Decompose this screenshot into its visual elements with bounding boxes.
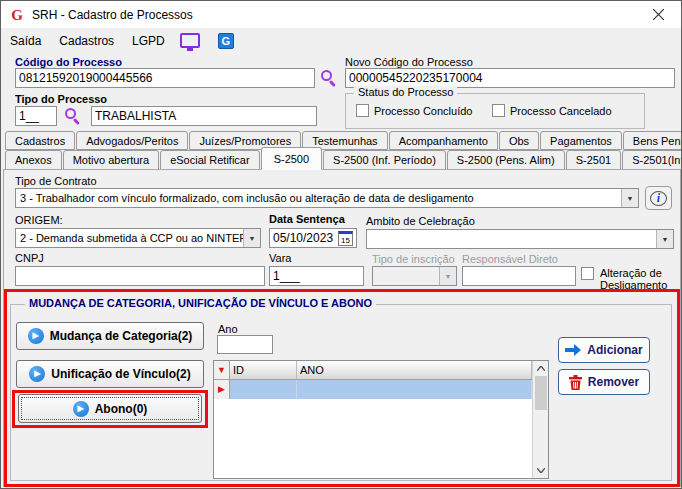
tab-motivo-abertura[interactable]: Motivo abertura: [63, 150, 159, 170]
tab-row-1: Cadastros Advogados/Peritos Juízes/Promo…: [5, 131, 682, 150]
app-logo-icon: G: [9, 7, 25, 23]
grid-scrollbar[interactable]: [532, 361, 548, 478]
codigo-processo-input[interactable]: 08121592019000445566: [15, 68, 315, 88]
cnpj-label: CNPJ: [15, 252, 44, 264]
processo-concluido-label: Processo Concluído: [374, 105, 472, 117]
origem-select[interactable]: 2 - Demanda submetida à CCP ou ao NINTER…: [15, 228, 261, 248]
data-sentenca-label: Data Sentença: [269, 213, 345, 225]
responsavel-direto-label: Responsável Direto: [462, 253, 558, 265]
arrow-right-icon: [565, 344, 581, 356]
abono-grid: ▼ ID ANO ▶: [213, 360, 549, 479]
tab-row-2: Anexos Motivo abertura eSocial Retificar…: [5, 150, 682, 170]
tipo-contrato-select[interactable]: 3 - Trabalhador com vínculo formalizado,…: [15, 188, 639, 208]
novo-codigo-label: Novo Código do Processo: [345, 56, 473, 68]
info-button[interactable]: i: [645, 186, 672, 210]
search-tipo-icon[interactable]: [65, 108, 82, 125]
tab-obs[interactable]: Obs: [499, 131, 539, 150]
scroll-thumb[interactable]: [535, 376, 547, 410]
menu-cadastros[interactable]: Cadastros: [50, 30, 123, 52]
tipo-processo-desc-input[interactable]: TRABALHISTA: [91, 106, 317, 126]
chevron-down-icon: ▼: [439, 267, 456, 285]
codigo-processo-label: Código do Processo: [15, 56, 122, 68]
mudanca-group-title: MUDANÇA DE CATEGORIA, UNIFICAÇÃO DE VÍNC…: [25, 297, 376, 309]
row-pointer-icon: ▶: [214, 380, 230, 399]
monitor-icon[interactable]: [180, 33, 200, 48]
tab-s2500[interactable]: S-2500: [261, 147, 322, 170]
g-app-icon[interactable]: G: [218, 33, 234, 49]
tipo-inscricao-select: ▼: [372, 266, 457, 286]
tab-pagamentos[interactable]: Pagamentos: [540, 131, 622, 150]
menu-bar: Saída Cadastros LGPD G: [1, 28, 681, 53]
processo-cancelado-checkbox[interactable]: [492, 104, 505, 117]
status-processo-legend: Status do Processo: [354, 86, 457, 98]
grid-col-id[interactable]: ID: [230, 361, 297, 379]
grid-col-ano[interactable]: ANO: [297, 361, 532, 379]
tipo-contrato-label: Tipo de Contrato: [15, 175, 97, 187]
abono-button[interactable]: ▶ Abono(0): [18, 394, 202, 423]
responsavel-direto-input[interactable]: [462, 266, 576, 286]
search-codigo-icon[interactable]: [321, 70, 338, 87]
grid-selected-row[interactable]: ▶: [214, 380, 532, 399]
processo-cancelado-label: Processo Cancelado: [510, 105, 612, 117]
grid-cell-id[interactable]: [230, 380, 297, 399]
data-sentenca-input[interactable]: 05/10/2023 15: [269, 228, 357, 248]
vara-input[interactable]: 1___: [269, 266, 364, 286]
tab-anexos[interactable]: Anexos: [5, 150, 62, 170]
tab-s2500-pens-alim[interactable]: S-2500 (Pens. Alim): [447, 150, 565, 170]
origem-label: ORIGEM:: [15, 214, 63, 226]
grid-sort-indicator[interactable]: ▼: [214, 361, 230, 379]
adicionar-button[interactable]: Adicionar: [558, 337, 650, 363]
scroll-down-icon[interactable]: [533, 463, 548, 478]
calendar-icon[interactable]: 15: [338, 231, 353, 246]
alteracao-desligamento-field: Alteração de Desligamento: [581, 267, 667, 291]
arrow-down-icon: ▼: [217, 366, 226, 375]
play-icon: ▶: [28, 328, 44, 344]
menu-saida[interactable]: Saída: [1, 30, 50, 52]
tab-esocial-retificar[interactable]: eSocial Retificar: [160, 150, 259, 170]
tab-s2500-inf-periodo[interactable]: S-2500 (Inf. Período): [323, 150, 446, 170]
ano-label: Ano: [218, 323, 238, 335]
play-icon: ▶: [29, 366, 45, 382]
tab-acompanhamento[interactable]: Acompanhamento: [389, 131, 498, 150]
tab-advogados-peritos[interactable]: Advogados/Peritos: [76, 131, 188, 150]
remover-button[interactable]: Remover: [558, 369, 650, 395]
tipo-inscricao-label: Tipo de inscrição: [372, 253, 455, 265]
play-icon: ▶: [73, 401, 89, 417]
scroll-up-icon[interactable]: [533, 361, 548, 376]
tab-s2501[interactable]: S-2501: [566, 150, 621, 170]
tipo-processo-code-input[interactable]: 1__: [15, 106, 57, 126]
ambito-select[interactable]: ▼: [366, 229, 674, 249]
tab-cadastros[interactable]: Cadastros: [5, 131, 75, 150]
ano-input[interactable]: [217, 335, 273, 354]
alteracao-desligamento-checkbox[interactable]: [581, 267, 594, 280]
grid-header-row: ▼ ID ANO: [214, 361, 532, 380]
ambito-label: Ambito de Celebração: [366, 215, 475, 227]
tab-bens-penh[interactable]: Bens Penh.: [623, 131, 682, 150]
vara-label: Vara: [269, 252, 291, 264]
trash-icon: [569, 375, 582, 390]
grid-cell-ano[interactable]: [297, 380, 532, 399]
app-window: G SRH - Cadastro de Processos Saída Cada…: [0, 0, 682, 489]
processo-concluido-checkbox[interactable]: [356, 104, 369, 117]
menu-lgpd[interactable]: LGPD: [123, 30, 174, 52]
tipo-processo-label: Tipo do Processo: [15, 93, 107, 105]
info-icon: i: [650, 191, 667, 206]
tab-s2501-inf-compl[interactable]: S-2501(Inf.Compl): [622, 150, 682, 170]
cnpj-input[interactable]: [15, 266, 265, 286]
alteracao-label-line1: Alteração de: [600, 267, 667, 279]
chevron-down-icon[interactable]: ▼: [621, 189, 638, 207]
chevron-down-icon[interactable]: ▼: [656, 230, 673, 248]
unificacao-vinculo-button[interactable]: ▶ Unificação de Vínculo(2): [16, 360, 204, 388]
close-button[interactable]: [636, 1, 681, 28]
novo-codigo-input[interactable]: 00000545220235170004: [345, 68, 675, 88]
title-bar: G SRH - Cadastro de Processos: [1, 1, 681, 28]
status-processo-group: Status do Processo Processo Concluído Pr…: [345, 93, 645, 129]
window-title: SRH - Cadastro de Processos: [32, 8, 193, 22]
close-icon: [653, 9, 664, 20]
mudanca-categoria-button[interactable]: ▶ Mudança de Categoria(2): [16, 322, 204, 350]
chevron-down-icon[interactable]: ▼: [243, 229, 260, 247]
